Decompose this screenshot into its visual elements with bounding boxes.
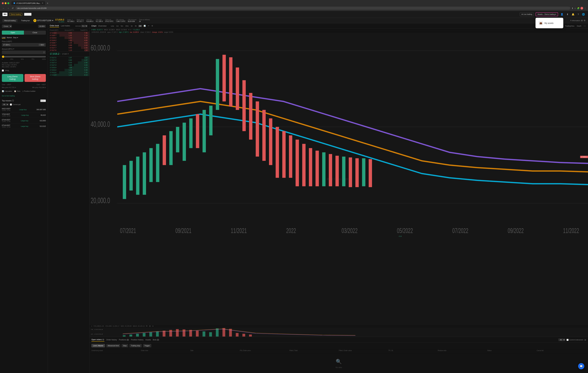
limit-order-btn[interactable]: Limit xyxy=(2,36,5,39)
ob-ask-row[interactable]: 17,020.71.027.10 xyxy=(48,34,89,37)
ob-ask-row[interactable]: 17,019.61.436.08 xyxy=(48,37,89,39)
filter-trailing-stop[interactable]: Trailing stop xyxy=(129,344,142,347)
ob-ask-row[interactable]: 17,018.20.692.69 xyxy=(48,44,89,46)
5m-btn[interactable]: 5m xyxy=(120,25,124,27)
ob-ask-row[interactable]: 17,022.00.867.96 xyxy=(48,32,89,34)
settings-btn[interactable]: ⚙ xyxy=(584,19,586,22)
settings-chart-btn[interactable]: ⚙ xyxy=(151,25,154,27)
live-trading-btn[interactable]: ⊕ Live trading xyxy=(520,12,534,16)
notifications-icon-btn[interactable]: 🔔 xyxy=(571,12,575,16)
demo-trading-badge[interactable]: Demo trading xyxy=(9,13,22,16)
short-btn[interactable]: Short (Demo trading) xyxy=(25,74,46,82)
current-instrument-check[interactable]: Current instrument xyxy=(567,339,583,341)
ob-bid-row[interactable]: 17,015.01.235.99 xyxy=(48,69,89,71)
current-pair-check-label[interactable]: Current pair xyxy=(10,104,21,106)
ob-size-select[interactable]: 0.1 xyxy=(81,25,88,27)
vol-eye-btn[interactable]: 👁 xyxy=(146,325,148,327)
ob-bid-row[interactable]: 17,017.40.801.87 xyxy=(48,59,89,61)
bottom-panel-settings-btn[interactable]: ⊟ xyxy=(584,339,586,341)
indicator-btn[interactable]: 📊 xyxy=(143,25,146,27)
price-decrement-btn[interactable]: ▼ xyxy=(39,45,40,46)
nav-reload-btn[interactable]: ↺ xyxy=(11,7,14,10)
tab-close-btn[interactable]: ✕ xyxy=(42,2,43,4)
ob-bid-row[interactable]: 17,017.30.932.80 xyxy=(48,61,89,64)
menu-btn[interactable]: ⋮ xyxy=(584,7,586,10)
nav-forward-btn[interactable]: → xyxy=(7,7,10,10)
filter-limit-market[interactable]: Limit | Market xyxy=(91,344,105,347)
ob-bid-row[interactable]: 17,011.81.288.53 xyxy=(48,74,89,76)
browser-tab-active[interactable]: 🔷 17,019.2 BTCUSDT1209 | Buy... ✕ xyxy=(11,1,45,5)
fullscreen-btn[interactable]: ⛶ xyxy=(583,25,586,27)
15m-btn[interactable]: 15m xyxy=(125,25,129,27)
overview-tab[interactable]: Overview xyxy=(98,25,106,27)
filter-trigger[interactable]: Trigger xyxy=(143,344,151,347)
assets-demo-trading-btn[interactable]: Assets – Demo trading ▾ xyxy=(536,12,558,16)
tab-open-orders[interactable]: Open orders0 xyxy=(91,338,104,342)
trade-menu-btn[interactable]: Trade ▾ xyxy=(24,13,32,16)
current-instrument-checkbox[interactable] xyxy=(567,339,568,341)
line-chart-btn[interactable]: Line xyxy=(110,25,115,27)
leverage-btn[interactable]: 10.00X xyxy=(38,25,46,28)
download-icon-btn[interactable]: ⬇ xyxy=(566,12,569,16)
1w-btn[interactable]: 1W xyxy=(138,25,142,27)
ob-tab-lasttrades[interactable]: Last trades xyxy=(61,25,70,27)
tpsl-checkbox[interactable] xyxy=(2,69,4,72)
ob-bid-row[interactable]: 17,013.61.267.25 xyxy=(48,71,89,74)
current-pair-checkbox[interactable] xyxy=(10,104,12,106)
nav-back-btn[interactable]: ← xyxy=(2,7,5,10)
ob-bid-row[interactable]: 17,017.51.071.07 xyxy=(48,56,89,59)
amount-decrement-btn[interactable]: ▼ xyxy=(43,52,45,54)
profile-btn[interactable]: J xyxy=(580,7,583,10)
bbo-btn[interactable]: BBO xyxy=(40,44,45,46)
cancel-all-btn[interactable]: Cancel all xyxy=(537,350,586,351)
share-btn[interactable]: ⬆ xyxy=(572,7,573,10)
volume-expand-icon[interactable]: ▾ xyxy=(91,325,92,327)
ob-ask-row[interactable]: 17,017.70.902.00 xyxy=(48,46,89,49)
filter-advanced-limit[interactable]: Advanced limit xyxy=(106,344,120,347)
chat-btn[interactable]: 💬 xyxy=(578,363,584,369)
tab-assets[interactable]: Assets xyxy=(145,338,151,341)
long-btn[interactable]: Long (Demo trading) xyxy=(2,74,23,82)
ob-view-asks-btn[interactable]: ⊟ xyxy=(77,25,79,27)
close-window-btn[interactable] xyxy=(2,2,4,4)
tab-position-history[interactable]: Position history xyxy=(131,338,143,341)
price-input[interactable] xyxy=(3,44,39,46)
pair-selector[interactable]: ₿ BTCUSDT1209 ▾ xyxy=(33,19,53,22)
chart-tab[interactable]: Chart xyxy=(91,25,96,27)
trading-view-btn[interactable]: TradingView xyxy=(564,25,575,27)
ob-bid-row[interactable]: 17,017.00.883.68 xyxy=(48,64,89,66)
trading-bot-btn[interactable]: Trading bot xyxy=(19,19,32,22)
profile-icon-btn[interactable]: 👤 xyxy=(560,12,564,16)
open-btn[interactable]: Open xyxy=(2,31,24,35)
help-icon-btn[interactable]: ? xyxy=(577,12,579,16)
tab-bots[interactable]: Bots7 xyxy=(153,338,159,341)
bottom-all-select[interactable]: All xyxy=(558,338,565,341)
vol-close-btn[interactable]: ✕ xyxy=(152,325,154,327)
bookmark-btn[interactable]: ☆ xyxy=(574,7,576,10)
list-item[interactable]: ETH/USDT 12/06, 13:40 Large buy 513,522 xyxy=(2,123,46,129)
ob-view-bids-btn[interactable]: ⊟ xyxy=(79,25,80,27)
draw-btn[interactable]: ✏ xyxy=(147,25,150,27)
4h-btn[interactable]: 4h xyxy=(134,25,137,27)
cross-select[interactable]: Cross xyxy=(2,25,12,28)
list-item[interactable]: ETH/USDT 12/06, 13:40 Large buy 610,893 xyxy=(2,118,46,123)
depth-btn[interactable]: Depth xyxy=(576,25,582,27)
amount-unit-btn[interactable]: ▾ xyxy=(13,48,14,50)
vol-settings-btn[interactable]: ⚙ xyxy=(149,325,151,327)
ob-bid-row[interactable]: 17,015.91.084.76 xyxy=(48,66,89,69)
language-icon-btn[interactable]: 🌐 xyxy=(581,12,586,16)
close-btn[interactable]: Close xyxy=(24,31,46,35)
list-item[interactable]: YFII/USDT 12/06, 13:41 Large buy 66,622 xyxy=(2,112,46,118)
calculator-btn[interactable]: 📊 Calculator xyxy=(2,90,12,92)
layout-btn[interactable]: ⊞ xyxy=(581,19,583,22)
tab-order-history[interactable]: Order history xyxy=(106,338,117,341)
movers-more-btn[interactable]: More › xyxy=(40,99,46,102)
ob-ask-row[interactable]: 17,017.61.101.10 xyxy=(48,49,89,52)
market-order-btn[interactable]: Market xyxy=(7,37,12,38)
ob-tab-orderbook[interactable]: Order book xyxy=(50,25,59,27)
fees-btn[interactable]: 📋 Fees xyxy=(14,90,21,92)
ob-view-all-btn[interactable]: ⊟ xyxy=(75,25,77,27)
minimize-window-btn[interactable] xyxy=(5,2,7,4)
go-to-live-trading-link[interactable]: Go to live trading xyxy=(2,95,15,97)
ob-ask-row[interactable]: 17,018.71.153.84 xyxy=(48,42,89,44)
